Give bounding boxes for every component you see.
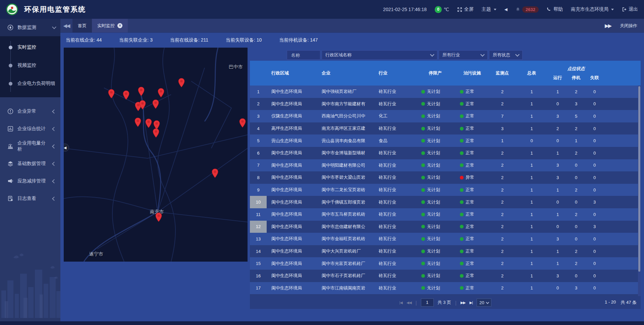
tabs-scroll-left-button[interactable]: ◀◀ bbox=[60, 19, 72, 33]
map-pin-icon[interactable] bbox=[122, 90, 129, 100]
cell-industry: 化工 bbox=[374, 113, 416, 119]
table-row[interactable]: 2 阆中生态环境局 阆中市南方节能建材有 砖瓦行业 无计划 正常 2 1 bbox=[250, 98, 641, 110]
notifications-button[interactable]: 2632 bbox=[516, 6, 539, 13]
mute-button[interactable]: ◀ bbox=[504, 7, 507, 12]
map-pin-icon[interactable] bbox=[139, 100, 146, 110]
table-row[interactable]: 9 阆中生态环境局 阆中市二龙长宝页岩砖 砖瓦行业 无计划 正常 2 1 bbox=[250, 184, 641, 196]
column-offline: 失联 bbox=[585, 75, 604, 81]
industry-filter-select[interactable]: 所有行业 bbox=[439, 50, 488, 60]
column-group-point-status: 点位状态 运行 停机 失联 bbox=[548, 66, 604, 81]
chevron-left-icon bbox=[52, 162, 56, 166]
cell-treatment-status: 正常 bbox=[454, 162, 490, 168]
sidebar-item-enterprise-abnormal[interactable]: 企业异常 bbox=[0, 103, 60, 120]
sidebar-item-realtime-monitor[interactable]: 实时监控 bbox=[0, 38, 60, 56]
map-pin-icon[interactable] bbox=[145, 118, 152, 128]
scrollbar-thumb[interactable] bbox=[638, 86, 640, 272]
tab-home[interactable]: 首页 bbox=[72, 19, 92, 33]
cell-running: 1 bbox=[548, 187, 567, 193]
sidebar-item-emergency-reduction[interactable]: 应急减排管理 bbox=[0, 172, 60, 190]
map-pin-icon[interactable] bbox=[138, 87, 145, 96]
table-row[interactable]: 17 阆中生态环境局 阆中市江南镇阆南页岩 砖瓦行业 无计划 正常 2 1 bbox=[250, 282, 641, 294]
cell-monitor-points: 2 bbox=[490, 163, 515, 168]
help-button[interactable]: 帮助 bbox=[547, 6, 563, 12]
page-number-input[interactable]: 1 bbox=[421, 299, 434, 307]
next-page-button[interactable]: ▶▶ bbox=[461, 301, 466, 305]
sidebar-item-data-monitor[interactable]: 数据监测 bbox=[0, 19, 60, 36]
status-dot bbox=[460, 151, 464, 155]
table-row[interactable]: 7 阆中生态环境局 阆中明阳建材有限公司 砖瓦行业 无计划 正常 2 1 bbox=[250, 159, 641, 172]
prev-page-button[interactable]: ◀◀ bbox=[407, 301, 412, 305]
cell-total-meter: 1 bbox=[515, 187, 548, 193]
table-row[interactable]: 4 高坪生态环境局 南充市高坪区王家店建 砖瓦行业 无计划 正常 3 1 bbox=[250, 122, 641, 135]
name-filter-input[interactable] bbox=[290, 52, 317, 58]
cell-production-status: 无计划 bbox=[416, 138, 454, 144]
table-scrollbar[interactable] bbox=[638, 86, 641, 296]
close-operations-dropdown[interactable]: 关闭操作 bbox=[620, 23, 637, 29]
table-row[interactable]: 6 阆中生态环境局 阆中市金博瑞新型墙材 砖瓦行业 无计划 正常 2 1 bbox=[250, 147, 641, 159]
cell-region: 阆中生态环境局 bbox=[267, 101, 317, 107]
last-page-button[interactable]: ▶| bbox=[470, 301, 473, 305]
tabs-scroll-right-button[interactable]: ▶▶ bbox=[605, 23, 611, 29]
map-panel[interactable]: 巴中市 南充市 遂宁市 bbox=[64, 48, 248, 262]
table-row[interactable]: 8 阆中生态环境局 阆中市枣碧大梁山页岩 砖瓦行业 无计划 异常 2 1 bbox=[250, 171, 641, 184]
chevron-left-icon bbox=[52, 197, 56, 201]
map-pin-icon[interactable] bbox=[239, 118, 246, 128]
table-row[interactable]: 15 阆中生态环境局 阆中市光富页岩机砖厂 砖瓦行业 无计划 正常 2 1 bbox=[250, 257, 641, 270]
cell-industry: 砖瓦行业 bbox=[374, 89, 416, 95]
map-pin-icon[interactable] bbox=[108, 89, 115, 99]
cell-monitor-points: 2 bbox=[490, 285, 515, 290]
table-row[interactable]: 16 阆中生态环境局 阆中市石子页岩机砖厂 砖瓦行业 无计划 正常 2 1 bbox=[250, 270, 641, 282]
org-dropdown[interactable]: 南充市生态环境局 bbox=[571, 6, 614, 12]
cell-total-meter: 1 bbox=[515, 224, 548, 229]
status-dot bbox=[460, 200, 464, 204]
status-filter-select[interactable]: 所有状态 bbox=[489, 50, 523, 60]
cell-region: 阆中生态环境局 bbox=[267, 174, 317, 180]
table-row[interactable]: 10 阆中生态环境局 阆中千佛镇五郎垭页岩 砖瓦行业 无计划 正常 2 1 bbox=[250, 196, 641, 208]
table-row[interactable]: 3 仪陇生态环境局 西南油气田分公司川中 化工 无计划 正常 7 1 bbox=[250, 110, 641, 122]
map-pin-icon[interactable] bbox=[178, 78, 185, 88]
cell-total-meter: 1 bbox=[515, 163, 548, 168]
first-page-button[interactable]: |◀ bbox=[399, 301, 402, 305]
sidebar-item-log-view[interactable]: 日志查看 bbox=[0, 190, 60, 207]
table-row[interactable]: 1 阆中生态环境局 阆中强锐页岩砖厂 砖瓦行业 无计划 正常 2 1 bbox=[250, 86, 641, 98]
sidebar-item-power-analysis[interactable]: 企业用电量分析 bbox=[0, 138, 60, 155]
cell-stopped: 2 bbox=[567, 261, 585, 266]
table-row[interactable]: 11 阆中生态环境局 阆中市五马桥页岩机砖 砖瓦行业 无计划 正常 2 1 bbox=[250, 208, 641, 221]
cell-offline: 0 bbox=[585, 187, 604, 193]
close-icon[interactable]: ✕ bbox=[117, 23, 122, 28]
cell-monitor-points: 2 bbox=[490, 187, 515, 193]
sidebar-item-power-load-detail[interactable]: 企业电力负荷明细 bbox=[0, 74, 60, 93]
sidebar-item-base-data[interactable]: 基础数据管理 bbox=[0, 155, 60, 172]
sidebar-item-video-monitor[interactable]: 视频监控 bbox=[0, 56, 60, 74]
cell-offline: 0 bbox=[585, 236, 604, 241]
record-range-label: 1 - 20 共 47 条 bbox=[605, 300, 637, 306]
region-filter-select[interactable]: 行政区域名称 bbox=[322, 50, 437, 60]
page-size-select[interactable]: 20 bbox=[477, 299, 491, 307]
status-dot bbox=[421, 139, 425, 143]
theme-dropdown[interactable]: 主题 bbox=[482, 6, 496, 12]
name-filter-field[interactable] bbox=[287, 50, 320, 60]
map-pin-icon[interactable] bbox=[157, 88, 164, 98]
cell-enterprise: 阆中市枣碧大梁山页岩 bbox=[317, 174, 374, 180]
map-pin-icon[interactable] bbox=[152, 100, 159, 109]
sidebar-item-enterprise-statistics[interactable]: 企业综合统计 bbox=[0, 120, 60, 138]
cell-offline: 0 bbox=[585, 249, 604, 254]
total-pages-label: 共 3 页 bbox=[438, 300, 451, 306]
cell-enterprise: 阆中强锐页岩砖厂 bbox=[317, 89, 374, 95]
logout-button[interactable]: 退出 bbox=[622, 6, 638, 12]
fullscreen-button[interactable]: 全屏 bbox=[457, 6, 474, 12]
table-row[interactable]: 5 营山生态环境局 营山县润丰肉食品有限 食品 无计划 正常 1 0 bbox=[250, 134, 641, 147]
table-row[interactable]: 14 阆中生态环境局 阆中大兴页岩机砖厂 砖瓦行业 无计划 正常 2 1 bbox=[250, 245, 641, 258]
tab-realtime-monitor[interactable]: 实时监控 ✕ bbox=[92, 19, 128, 33]
cell-monitor-points: 3 bbox=[490, 126, 515, 131]
table-row[interactable]: 13 阆中生态环境局 阆中市金福旺页岩机砖 砖瓦行业 无计划 正常 2 1 bbox=[250, 233, 641, 245]
map-pin-icon[interactable] bbox=[212, 169, 219, 178]
map-pin-icon[interactable] bbox=[134, 117, 141, 127]
temperature-value: 0 bbox=[435, 6, 442, 13]
chevron-down-icon bbox=[486, 301, 489, 304]
cell-offline: 0 bbox=[585, 163, 604, 168]
cell-running: 3 bbox=[548, 163, 567, 168]
table-row[interactable]: 12 阆中生态环境局 阆中市忠信建材有限公 砖瓦行业 无计划 正常 2 1 bbox=[250, 221, 641, 233]
map-pin-icon[interactable] bbox=[153, 128, 160, 138]
map-pin-icon[interactable] bbox=[155, 212, 162, 222]
